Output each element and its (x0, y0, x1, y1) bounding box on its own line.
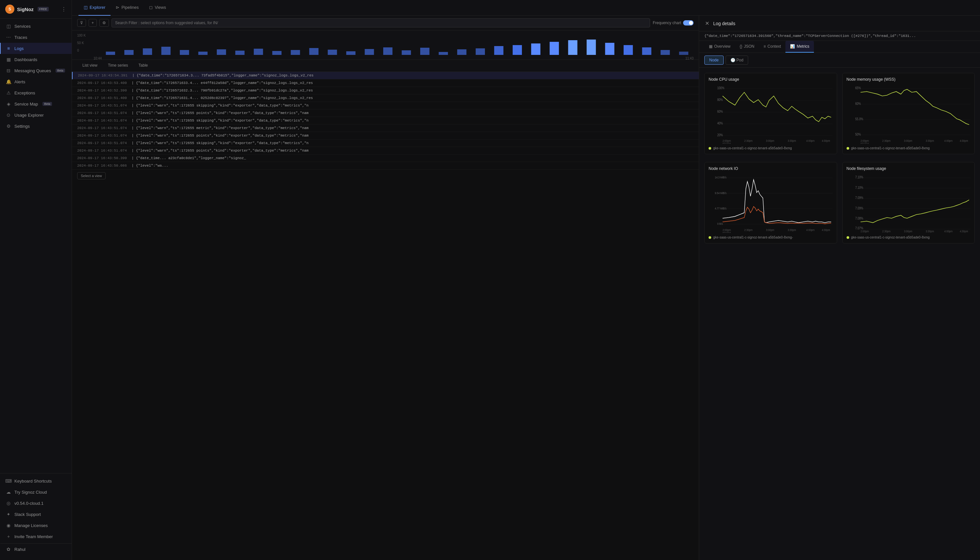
subtab-node[interactable]: Node (704, 55, 724, 65)
sidebar-item-messaging[interactable]: ⊟ Messaging Queues Beta (0, 65, 72, 76)
svg-text:7.09%: 7.09% (855, 197, 863, 200)
log-row[interactable]: 2024-09-17 16:43:52.390 | {"date_time":"… (72, 87, 699, 94)
log-row[interactable]: 2024-09-17 16:43:53.400 | {"date_time":"… (72, 79, 699, 87)
views-icon: ◻ (149, 5, 153, 10)
tab-views[interactable]: ◻ Views (144, 0, 171, 16)
tab-label: Metrics (796, 44, 809, 49)
sidebar-item-slack[interactable]: ✦ Slack Support (0, 509, 72, 520)
svg-text:50%: 50% (855, 133, 861, 137)
sidebar-item-settings[interactable]: ⚙ Settings (0, 120, 72, 132)
sidebar-item-cloud[interactable]: ☁ Try Signoz Cloud (0, 487, 72, 498)
tab-overview[interactable]: ▦ Overview (704, 41, 735, 53)
messaging-badge: Beta (55, 68, 65, 73)
search-input[interactable] (112, 18, 650, 27)
svg-rect-3 (161, 47, 171, 55)
frequency-toggle-switch[interactable] (683, 20, 694, 25)
legend-dot (709, 147, 711, 150)
chart-y-labels: 100 K 50 K 0 (77, 33, 86, 52)
legend-label: gke-saas-us-central1-c-signoz-tenant-a5b… (851, 235, 930, 239)
sidebar-item-label: Usage Explorer (14, 113, 44, 118)
log-row[interactable]: 2024-09-17 16:43:51.074 | {"level":"warn… (72, 147, 699, 155)
log-content: | {"level":"warn","ts":172655 skipping",… (132, 118, 308, 123)
tab-time-series[interactable]: Time series (103, 60, 134, 72)
log-timestamp: 2024-09-17 16:43:51.074 (77, 118, 127, 123)
tab-explorer[interactable]: ◫ Explorer (79, 0, 110, 16)
sidebar-item-logs[interactable]: ≡ Logs (0, 43, 72, 54)
svg-text:3:00pm: 3:00pm (904, 139, 912, 143)
svg-text:20%: 20% (717, 133, 723, 137)
alerts-icon: 🔔 (6, 79, 11, 84)
metrics-row-2: Node network IO 14.3 MiB/s 9.54 MiB/s 4.… (704, 162, 975, 243)
panel-metrics-content: Node CPU usage 100% 80% 60% 40% 20% (699, 68, 980, 560)
log-timestamp: 2024-09-17 16:43:51.074 (77, 111, 127, 115)
tab-metrics[interactable]: 📊 Metrics (786, 41, 814, 53)
log-timestamp: 2024-09-17 16:43:51.074 (77, 133, 127, 138)
sidebar-item-invite[interactable]: + Invite Team Member (0, 531, 72, 542)
log-row[interactable]: 2024-09-17 16:43:51.074 | {"level":"warn… (72, 125, 699, 132)
tab-table[interactable]: Table (134, 60, 153, 72)
sidebar-item-keyboard[interactable]: ⌨ Keyboard Shortcuts (0, 475, 72, 487)
svg-rect-0 (106, 52, 115, 55)
filter-button[interactable]: ⊽ (77, 19, 86, 27)
log-row[interactable]: 2024-09-17 16:43:51.074 | {"level":"warn… (72, 132, 699, 140)
sidebar-item-exceptions[interactable]: ⚠ Exceptions (0, 87, 72, 98)
sidebar-item-servicemap[interactable]: ◈ Service Map Beta (0, 98, 72, 110)
slack-icon: ✦ (6, 512, 11, 517)
log-timestamp: 2024-09-17 16:43:51.400 (77, 96, 127, 100)
svg-rect-24 (550, 42, 559, 55)
log-row[interactable]: 2024-09-17 16:43:51.074 | {"level":"warn… (72, 117, 699, 125)
tab-label: Table (139, 63, 148, 68)
log-details-panel: ✕ Log details {"date_time":"1726571634.3… (699, 16, 980, 560)
log-content: | {"level":"warn","ts":172655 points","k… (132, 111, 308, 115)
tab-json[interactable]: {} JSON (735, 41, 759, 53)
svg-text:7.10%: 7.10% (855, 176, 863, 179)
log-row[interactable]: 2024-09-17 16:43:51.074 | {"level":"warn… (72, 110, 699, 117)
sidebar-item-dashboards[interactable]: ▦ Dashboards (0, 54, 72, 65)
log-row[interactable]: 2024-09-17 16:43:51.074 | {"level":"warn… (72, 140, 699, 147)
svg-text:9/17/24: 9/17/24 (860, 232, 869, 233)
sidebar-item-version[interactable]: ◎ v0.54.0-cloud.1 (0, 498, 72, 509)
svg-text:4:00pm: 4:00pm (806, 228, 814, 232)
svg-text:7.10%: 7.10% (855, 186, 863, 190)
node-network-chart: Node network IO 14.3 MiB/s 9.54 MiB/s 4.… (704, 162, 837, 243)
node-filesystem-title: Node filesystem usage (846, 166, 971, 171)
y-label: 100 K (77, 33, 86, 37)
sidebar-item-traces[interactable]: ⋯ Traces (0, 32, 72, 43)
log-row[interactable]: 2024-09-17 16:43:51.074 | {"level":"warn… (72, 102, 699, 110)
svg-text:60%: 60% (855, 102, 861, 105)
log-row[interactable]: 2024-09-17 16:43:50.390 | {"date_time...… (72, 155, 699, 162)
select-a-view-button[interactable]: Select a view (77, 172, 105, 179)
frequency-chart-label: Frequency chart (653, 21, 681, 25)
sidebar-item-alerts[interactable]: 🔔 Alerts (0, 76, 72, 87)
tab-context[interactable]: ≡ Context (759, 41, 786, 53)
licenses-icon: ◉ (6, 523, 11, 528)
sidebar-item-services[interactable]: ◫ Services (0, 21, 72, 32)
log-timestamp: 2024-09-17 16:43:52.390 (77, 88, 127, 92)
filter-icon: ⊽ (80, 21, 83, 25)
tab-pipelines[interactable]: ⊳ Pipelines (110, 0, 144, 16)
svg-text:3:00pm: 3:00pm (904, 229, 912, 233)
log-timestamp: 2024-09-17 16:43:50.390 (77, 156, 127, 160)
settings-button[interactable]: ⚙ (99, 19, 109, 27)
sidebar-item-label: Dashboards (14, 57, 37, 62)
node-cpu-chart-container: 100% 80% 60% 40% 20% (709, 85, 833, 144)
log-row[interactable]: 2024-09-17 16:43:51.400 | {"date_time":"… (72, 94, 699, 102)
tab-list-view[interactable]: List view (77, 60, 103, 72)
log-row[interactable]: 2024-09-17 16:43:50.086 | {"level":"wa..… (72, 162, 699, 170)
sidebar-item-user[interactable]: ✿ Rahul (0, 543, 72, 555)
svg-text:0 B/s: 0 B/s (717, 222, 723, 226)
sidebar-item-label: Messaging Queues (14, 68, 51, 73)
sidebar-item-usage[interactable]: ⊙ Usage Explorer (0, 110, 72, 120)
svg-text:65%: 65% (855, 87, 861, 90)
add-filter-button[interactable]: + (89, 19, 97, 27)
sidebar-collapse-button[interactable]: ⋮ (61, 6, 66, 12)
panel-close-button[interactable]: ✕ (704, 20, 710, 27)
log-row[interactable]: 2024-09-17 16:43:54.391 | {"date_time":"… (72, 72, 699, 79)
sidebar-item-licenses[interactable]: ◉ Manage Licenses (0, 520, 72, 531)
tab-label: Context (768, 44, 781, 49)
svg-rect-13 (346, 51, 355, 55)
sidebar-item-label: Service Map (14, 102, 38, 107)
log-timestamp: 2024-09-17 16:43:50.086 (77, 164, 127, 168)
subtab-pod[interactable]: 🕐 Pod (726, 55, 749, 65)
frequency-chart-toggle: Frequency chart (653, 20, 694, 25)
